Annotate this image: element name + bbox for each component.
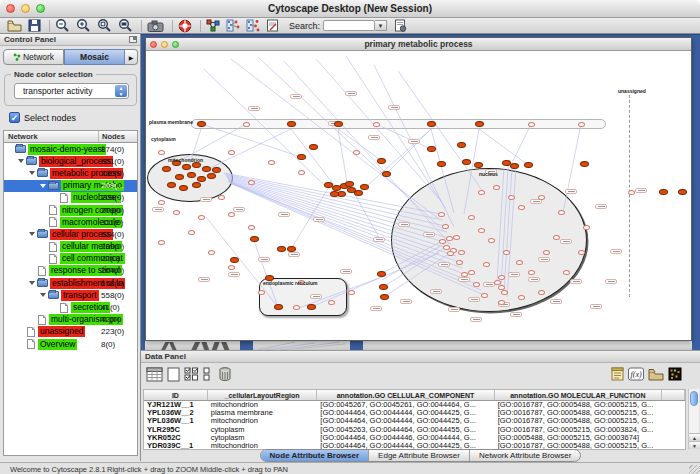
table-vertical-scrollbar[interactable]: ▲ ▼ [688,389,699,449]
network-node-small[interactable] [268,160,275,165]
network-node-small[interactable] [373,122,380,127]
network-node-small[interactable] [248,225,255,230]
tree-row[interactable]: primary metabo209(... [4,180,137,192]
scroll-down-arrow[interactable]: ▼ [689,441,700,449]
network-node-small[interactable] [442,224,449,229]
tree-row[interactable]: biological_process651(0) [4,155,137,167]
tree-row[interactable]: metabolic process280(0) [4,167,137,179]
matrix-heatmap-icon[interactable] [668,367,682,385]
network-node-selected[interactable] [207,173,216,179]
tree-expand-arrow-icon[interactable] [40,293,46,297]
attribute-table[interactable]: ID_cellularLayoutRegionannotation.GO CEL… [143,389,686,450]
network-node-small[interactable] [481,293,488,298]
attribute-browser-tab[interactable]: Node Attribute Browser [261,450,370,461]
annotation-icon[interactable] [266,19,279,33]
network-node-selected[interactable] [230,257,239,263]
network-node-selected[interactable] [427,121,436,127]
tree-row[interactable]: transport558(0) [4,289,137,301]
network-node-small[interactable] [538,290,545,295]
network-node-small[interactable] [518,295,525,300]
network-node-small[interactable] [447,251,454,256]
network-node-small[interactable] [208,250,215,255]
network-node-small[interactable] [563,270,570,275]
network-node-small[interactable] [228,265,235,270]
network-node-small[interactable] [493,185,500,190]
function-builder-icon[interactable]: f(x) [628,367,644,385]
network-node-selected[interactable] [380,294,389,300]
network-node-small[interactable] [258,290,265,295]
network-node-small[interactable] [483,262,490,267]
table-row[interactable]: YPL036W__2plasma membrane[GO:0044464, GO… [144,409,685,417]
network-node-selected[interactable] [182,164,191,170]
network-node-selected[interactable] [330,191,339,197]
tree-column-network[interactable]: Network [4,131,99,142]
network-node-small[interactable] [439,239,446,244]
zoom-selected-icon[interactable] [97,19,112,33]
network-node-selected[interactable] [307,304,316,310]
network-node-selected[interactable] [474,162,483,168]
save-session-button[interactable] [28,19,41,33]
network-node-small[interactable] [583,225,590,230]
delete-attribute-trash-icon[interactable] [218,366,232,386]
tree-row[interactable]: macromolecule311(0) [4,216,137,228]
network-node-small[interactable] [443,245,450,250]
network-node-small[interactable] [198,215,205,220]
tree-row[interactable]: cellular metabo209(0) [4,241,137,253]
network-node-small[interactable] [228,150,235,155]
network-node-small[interactable] [628,190,635,195]
network-window[interactable]: primary metabolic process plasma membran… [145,37,692,341]
scrollbar-thumb[interactable] [690,391,698,406]
open-session-button[interactable] [7,19,22,33]
tree-row[interactable]: unassigned223(0) [4,326,137,338]
network-node-selected[interactable] [475,121,484,127]
network-node-selected[interactable] [524,162,533,168]
network-node-selected[interactable] [202,166,211,172]
network-node-small[interactable] [543,250,550,255]
tree-row[interactable]: multi-organism pro42(0) [4,314,137,326]
network-node-selected[interactable] [510,163,519,169]
tree-row[interactable]: establishment of lo558(0) [4,277,137,289]
network-node-small[interactable] [228,212,235,217]
network-node-selected[interactable] [250,236,259,242]
tree-row[interactable]: Overview8(0) [4,338,137,350]
network-node-selected[interactable] [197,176,206,182]
table-column-header[interactable] [662,390,685,400]
network-node-selected[interactable] [297,154,306,160]
tree-row[interactable]: nitrogen compo209(0) [4,204,137,216]
network-node-small[interactable] [188,230,195,235]
network-node-selected[interactable] [212,167,221,173]
network-node-selected[interactable] [377,271,386,277]
network-node-small[interactable] [501,290,508,295]
network-node-selected[interactable] [427,146,436,152]
tree-column-nodes[interactable]: Nodes [99,131,137,142]
network-node-small[interactable] [446,236,453,241]
network-node-selected[interactable] [175,174,184,180]
network-node-small[interactable] [518,205,525,210]
tree-row[interactable]: cellular process614(0) [4,228,137,240]
tree-expand-arrow-icon[interactable] [29,281,35,285]
tree-row[interactable]: mosaic-demo-yeast874(0) [4,143,137,155]
search-dropdown-arrow[interactable]: ▼ [375,20,387,31]
network-node-small[interactable] [578,122,585,127]
zoom-fit-icon[interactable] [118,19,133,33]
table-column-header[interactable]: _cellularLayoutRegion [208,390,318,400]
network-node-small[interactable] [516,260,523,265]
layout-b-icon[interactable] [246,19,260,33]
notes-icon[interactable] [611,367,624,385]
network-node-selected[interactable] [678,189,687,195]
network-node-small[interactable] [508,195,515,200]
attribute-table-icon[interactable] [146,367,163,386]
search-input[interactable] [323,20,375,31]
network-node-small[interactable] [243,122,250,127]
network-node-small[interactable] [498,285,505,290]
zoom-in-icon[interactable] [76,19,91,33]
control-panel-float-icon[interactable] [129,36,137,43]
network-node-small[interactable] [158,240,165,245]
tab-network[interactable]: Network [3,49,64,65]
network-node-selected[interactable] [580,161,589,167]
table-row[interactable]: YJR121W__1mitochondrion[GO:0045267, GO:0… [144,401,685,409]
network-node-selected[interactable] [274,304,283,310]
network-node-small[interactable] [528,270,535,275]
table-column-header[interactable]: ID [144,390,208,400]
network-node-selected[interactable] [457,142,466,148]
